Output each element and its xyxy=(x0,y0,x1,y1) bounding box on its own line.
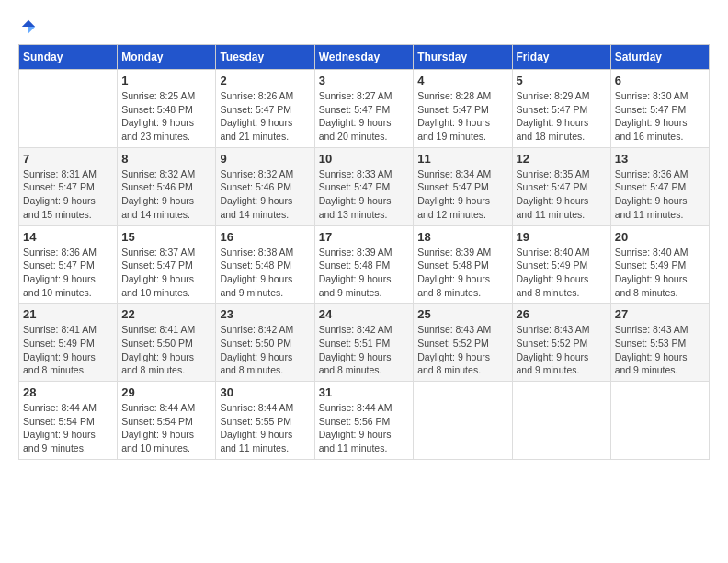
calendar-table: SundayMondayTuesdayWednesdayThursdayFrid… xyxy=(18,44,710,460)
day-number: 29 xyxy=(121,385,211,399)
calendar-cell: 1Sunrise: 8:25 AMSunset: 5:48 PMDaylight… xyxy=(118,70,216,148)
day-info: Sunrise: 8:31 AMSunset: 5:47 PMDaylight:… xyxy=(23,167,113,222)
day-number: 24 xyxy=(319,307,410,321)
day-number: 22 xyxy=(121,307,211,321)
day-info: Sunrise: 8:28 AMSunset: 5:47 PMDaylight:… xyxy=(417,89,507,144)
calendar-cell: 3Sunrise: 8:27 AMSunset: 5:47 PMDaylight… xyxy=(314,70,414,148)
calendar-cell xyxy=(512,382,610,460)
day-number: 28 xyxy=(23,385,113,399)
calendar-cell: 5Sunrise: 8:29 AMSunset: 5:47 PMDaylight… xyxy=(512,70,610,148)
calendar-cell: 15Sunrise: 8:37 AMSunset: 5:47 PMDayligh… xyxy=(118,225,216,304)
day-info: Sunrise: 8:32 AMSunset: 5:46 PMDaylight:… xyxy=(220,167,310,222)
day-number: 7 xyxy=(23,152,113,166)
calendar-cell: 24Sunrise: 8:42 AMSunset: 5:51 PMDayligh… xyxy=(314,304,414,382)
day-number: 30 xyxy=(220,385,310,399)
calendar-cell: 21Sunrise: 8:41 AMSunset: 5:49 PMDayligh… xyxy=(19,304,118,382)
calendar-cell: 13Sunrise: 8:36 AMSunset: 5:47 PMDayligh… xyxy=(610,147,709,225)
day-number: 26 xyxy=(517,307,607,321)
day-info: Sunrise: 8:41 AMSunset: 5:50 PMDaylight:… xyxy=(121,323,211,377)
day-number: 5 xyxy=(517,74,607,87)
day-info: Sunrise: 8:38 AMSunset: 5:48 PMDaylight:… xyxy=(220,246,310,300)
page-header xyxy=(18,18,710,35)
calendar-cell: 9Sunrise: 8:32 AMSunset: 5:46 PMDaylight… xyxy=(216,147,314,225)
calendar-cell: 20Sunrise: 8:40 AMSunset: 5:49 PMDayligh… xyxy=(610,225,709,304)
day-info: Sunrise: 8:36 AMSunset: 5:47 PMDaylight:… xyxy=(23,246,113,300)
calendar-cell: 16Sunrise: 8:38 AMSunset: 5:48 PMDayligh… xyxy=(216,225,314,304)
svg-marker-1 xyxy=(28,27,35,33)
day-number: 17 xyxy=(319,230,410,244)
day-number: 16 xyxy=(220,230,310,244)
day-info: Sunrise: 8:43 AMSunset: 5:53 PMDaylight:… xyxy=(615,323,705,377)
svg-marker-0 xyxy=(22,20,35,27)
day-number: 11 xyxy=(417,152,507,166)
day-info: Sunrise: 8:44 AMSunset: 5:54 PMDaylight:… xyxy=(121,401,211,455)
calendar-cell: 6Sunrise: 8:30 AMSunset: 5:47 PMDaylight… xyxy=(610,70,709,148)
logo xyxy=(18,18,37,35)
day-info: Sunrise: 8:42 AMSunset: 5:50 PMDaylight:… xyxy=(220,323,310,377)
calendar-cell: 31Sunrise: 8:44 AMSunset: 5:56 PMDayligh… xyxy=(314,382,414,460)
calendar-header-saturday: Saturday xyxy=(610,45,709,70)
calendar-header-monday: Monday xyxy=(118,45,216,70)
calendar-cell: 2Sunrise: 8:26 AMSunset: 5:47 PMDaylight… xyxy=(216,70,314,148)
calendar-cell: 7Sunrise: 8:31 AMSunset: 5:47 PMDaylight… xyxy=(19,147,118,225)
day-number: 18 xyxy=(417,230,507,244)
day-number: 1 xyxy=(121,74,211,87)
day-info: Sunrise: 8:25 AMSunset: 5:48 PMDaylight:… xyxy=(121,89,211,144)
day-number: 8 xyxy=(121,152,211,166)
day-number: 3 xyxy=(319,74,410,87)
day-info: Sunrise: 8:27 AMSunset: 5:47 PMDaylight:… xyxy=(319,89,410,144)
day-info: Sunrise: 8:39 AMSunset: 5:48 PMDaylight:… xyxy=(417,246,507,300)
day-number: 25 xyxy=(417,307,507,321)
day-number: 14 xyxy=(23,230,113,244)
day-info: Sunrise: 8:40 AMSunset: 5:49 PMDaylight:… xyxy=(517,246,607,300)
calendar-cell: 14Sunrise: 8:36 AMSunset: 5:47 PMDayligh… xyxy=(19,225,118,304)
day-number: 2 xyxy=(220,74,310,87)
calendar-week-row: 28Sunrise: 8:44 AMSunset: 5:54 PMDayligh… xyxy=(19,382,710,460)
day-info: Sunrise: 8:34 AMSunset: 5:47 PMDaylight:… xyxy=(417,167,507,222)
day-info: Sunrise: 8:42 AMSunset: 5:51 PMDaylight:… xyxy=(319,323,410,377)
day-number: 9 xyxy=(220,152,310,166)
calendar-cell: 8Sunrise: 8:32 AMSunset: 5:46 PMDaylight… xyxy=(118,147,216,225)
day-info: Sunrise: 8:36 AMSunset: 5:47 PMDaylight:… xyxy=(615,167,705,222)
calendar-cell: 25Sunrise: 8:43 AMSunset: 5:52 PMDayligh… xyxy=(414,304,512,382)
calendar-header-tuesday: Tuesday xyxy=(216,45,314,70)
day-info: Sunrise: 8:26 AMSunset: 5:47 PMDaylight:… xyxy=(220,89,310,144)
day-number: 27 xyxy=(615,307,705,321)
calendar-cell: 4Sunrise: 8:28 AMSunset: 5:47 PMDaylight… xyxy=(414,70,512,148)
day-number: 19 xyxy=(517,230,607,244)
calendar-week-row: 21Sunrise: 8:41 AMSunset: 5:49 PMDayligh… xyxy=(19,304,710,382)
calendar-cell: 22Sunrise: 8:41 AMSunset: 5:50 PMDayligh… xyxy=(118,304,216,382)
day-number: 20 xyxy=(615,230,705,244)
day-info: Sunrise: 8:37 AMSunset: 5:47 PMDaylight:… xyxy=(121,246,211,300)
calendar-week-row: 1Sunrise: 8:25 AMSunset: 5:48 PMDaylight… xyxy=(19,70,710,148)
day-number: 12 xyxy=(517,152,607,166)
day-info: Sunrise: 8:43 AMSunset: 5:52 PMDaylight:… xyxy=(517,323,607,377)
calendar-header-sunday: Sunday xyxy=(19,45,118,70)
calendar-cell: 27Sunrise: 8:43 AMSunset: 5:53 PMDayligh… xyxy=(610,304,709,382)
day-number: 13 xyxy=(615,152,705,166)
day-info: Sunrise: 8:29 AMSunset: 5:47 PMDaylight:… xyxy=(517,89,607,144)
calendar-cell: 11Sunrise: 8:34 AMSunset: 5:47 PMDayligh… xyxy=(414,147,512,225)
calendar-cell: 19Sunrise: 8:40 AMSunset: 5:49 PMDayligh… xyxy=(512,225,610,304)
day-info: Sunrise: 8:32 AMSunset: 5:46 PMDaylight:… xyxy=(121,167,211,222)
calendar-header-friday: Friday xyxy=(512,45,610,70)
calendar-header-wednesday: Wednesday xyxy=(314,45,414,70)
calendar-cell: 28Sunrise: 8:44 AMSunset: 5:54 PMDayligh… xyxy=(19,382,118,460)
calendar-week-row: 7Sunrise: 8:31 AMSunset: 5:47 PMDaylight… xyxy=(19,147,710,225)
day-info: Sunrise: 8:39 AMSunset: 5:48 PMDaylight:… xyxy=(319,246,410,300)
calendar-header-thursday: Thursday xyxy=(414,45,512,70)
day-number: 23 xyxy=(220,307,310,321)
day-info: Sunrise: 8:44 AMSunset: 5:55 PMDaylight:… xyxy=(220,401,310,455)
calendar-week-row: 14Sunrise: 8:36 AMSunset: 5:47 PMDayligh… xyxy=(19,225,710,304)
day-info: Sunrise: 8:33 AMSunset: 5:47 PMDaylight:… xyxy=(319,167,410,222)
calendar-cell xyxy=(19,70,118,148)
calendar-cell xyxy=(414,382,512,460)
calendar-cell: 17Sunrise: 8:39 AMSunset: 5:48 PMDayligh… xyxy=(314,225,414,304)
calendar-cell: 23Sunrise: 8:42 AMSunset: 5:50 PMDayligh… xyxy=(216,304,314,382)
day-number: 10 xyxy=(319,152,410,166)
day-number: 4 xyxy=(417,74,507,87)
calendar-cell: 30Sunrise: 8:44 AMSunset: 5:55 PMDayligh… xyxy=(216,382,314,460)
day-number: 6 xyxy=(615,74,705,87)
day-number: 15 xyxy=(121,230,211,244)
day-info: Sunrise: 8:41 AMSunset: 5:49 PMDaylight:… xyxy=(23,323,113,377)
